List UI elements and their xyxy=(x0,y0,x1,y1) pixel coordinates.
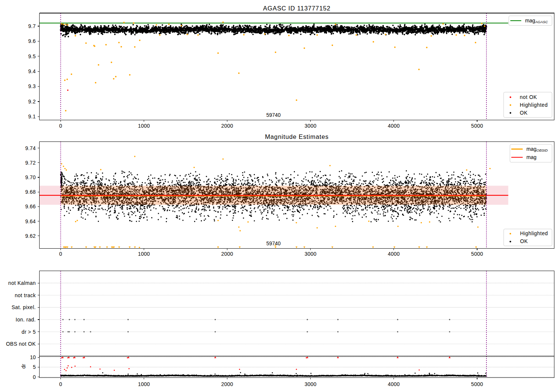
svg-text:OBS not OK: OBS not OK xyxy=(6,341,36,347)
svg-text:dr: dr xyxy=(21,364,27,368)
svg-text:9.64: 9.64 xyxy=(25,218,36,224)
svg-text:mag: mag xyxy=(526,154,536,160)
svg-text:2000: 2000 xyxy=(221,381,233,387)
svg-text:not Kalman: not Kalman xyxy=(8,280,36,286)
svg-text:Sat. pixel.: Sat. pixel. xyxy=(12,304,36,310)
svg-text:9.3: 9.3 xyxy=(28,83,36,89)
svg-text:Highlighted: Highlighted xyxy=(520,230,548,236)
svg-text:9.2: 9.2 xyxy=(28,99,36,105)
svg-text:0: 0 xyxy=(59,123,62,129)
svg-text:9.72: 9.72 xyxy=(25,160,36,166)
svg-text:1000: 1000 xyxy=(138,381,150,387)
svg-text:OK: OK xyxy=(520,238,528,244)
svg-text:9.62: 9.62 xyxy=(25,233,36,239)
svg-text:not OK: not OK xyxy=(520,94,537,100)
svg-text:59740: 59740 xyxy=(266,240,281,246)
svg-text:0: 0 xyxy=(59,381,62,387)
svg-text:not track: not track xyxy=(15,292,35,298)
svg-text:5000: 5000 xyxy=(471,123,483,129)
svg-text:1000: 1000 xyxy=(138,251,150,257)
svg-text:59740: 59740 xyxy=(266,112,281,118)
svg-text:OK: OK xyxy=(520,110,528,116)
svg-text:5000: 5000 xyxy=(471,381,483,387)
svg-text:Highlighted: Highlighted xyxy=(520,102,548,108)
svg-text:9.66: 9.66 xyxy=(25,203,36,209)
svg-text:3000: 3000 xyxy=(305,251,317,257)
svg-text:9.7: 9.7 xyxy=(28,23,36,29)
svg-text:0: 0 xyxy=(33,374,36,380)
svg-text:5: 5 xyxy=(33,364,36,370)
svg-text:5000: 5000 xyxy=(471,251,483,257)
svg-text:Magnitude Estimates: Magnitude Estimates xyxy=(265,133,329,140)
svg-text:dr > 5: dr > 5 xyxy=(22,329,36,335)
svg-text:3000: 3000 xyxy=(305,381,317,387)
svg-text:9.4: 9.4 xyxy=(28,68,36,74)
svg-text:9.5: 9.5 xyxy=(28,53,36,59)
svg-text:3000: 3000 xyxy=(305,123,317,129)
svg-text:2000: 2000 xyxy=(221,123,233,129)
svg-text:9.68: 9.68 xyxy=(25,189,36,195)
svg-text:4000: 4000 xyxy=(388,381,400,387)
svg-text:4000: 4000 xyxy=(388,123,400,129)
svg-text:AGASC ID 113777152: AGASC ID 113777152 xyxy=(263,5,331,12)
svg-text:9.70: 9.70 xyxy=(25,174,36,180)
svg-text:2000: 2000 xyxy=(221,251,233,257)
svg-text:0: 0 xyxy=(59,251,62,257)
svg-text:9.74: 9.74 xyxy=(25,145,36,151)
svg-text:9.1: 9.1 xyxy=(28,113,36,119)
svg-text:10: 10 xyxy=(30,354,36,360)
svg-text:9.6: 9.6 xyxy=(28,38,36,44)
svg-text:1000: 1000 xyxy=(138,123,150,129)
svg-text:4000: 4000 xyxy=(388,251,400,257)
svg-text:Ion. rad.: Ion. rad. xyxy=(16,317,36,323)
